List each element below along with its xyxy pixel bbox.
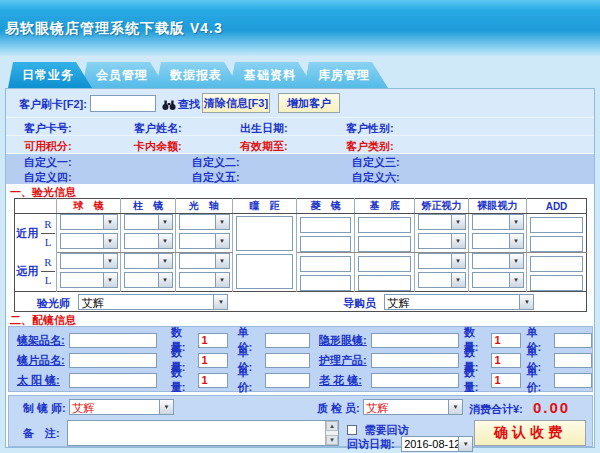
chevron-down-icon[interactable]: ▼ xyxy=(451,273,465,287)
near-l-corrected-combo[interactable]: ▼ xyxy=(418,233,466,249)
far-r-axis-combo[interactable]: ▼ xyxy=(179,253,230,269)
chevron-down-icon[interactable]: ▼ xyxy=(103,234,117,248)
find-label[interactable]: 查找 xyxy=(178,97,200,112)
far-l-base-input[interactable] xyxy=(358,275,411,291)
chevron-down-icon[interactable]: ▼ xyxy=(519,295,533,309)
card-swipe-input[interactable] xyxy=(90,95,156,112)
chevron-down-icon[interactable]: ▼ xyxy=(509,234,523,248)
far-pd-input[interactable] xyxy=(236,254,293,289)
optometrist-combo[interactable]: 艾辉▼ xyxy=(78,294,228,310)
far-r-cylinder-combo[interactable]: ▼ xyxy=(124,253,173,269)
care-product-qty-input[interactable] xyxy=(491,353,521,368)
far-r-base-input[interactable] xyxy=(358,256,411,272)
near-l-cylinder-combo[interactable]: ▼ xyxy=(124,233,173,249)
tab-data-reports[interactable]: 数据报表 xyxy=(156,62,240,88)
far-r-add-input[interactable] xyxy=(530,256,583,272)
chevron-down-icon[interactable]: ▼ xyxy=(451,215,465,229)
far-l-add-input[interactable] xyxy=(530,275,583,291)
near-r-corrected-combo[interactable]: ▼ xyxy=(418,214,466,230)
lens-name-input[interactable] xyxy=(69,353,157,368)
chevron-down-icon[interactable]: ▼ xyxy=(215,234,229,248)
far-l-cylinder-combo[interactable]: ▼ xyxy=(124,272,173,288)
frame-qty-input[interactable] xyxy=(198,333,228,348)
care-product-input[interactable] xyxy=(371,353,459,368)
far-r-naked-combo[interactable]: ▼ xyxy=(472,253,524,269)
care-product-price-input[interactable] xyxy=(554,353,592,368)
sunglasses-input[interactable] xyxy=(69,373,157,388)
tab-daily-business[interactable]: 日常业务 xyxy=(8,62,92,88)
lens-price-input[interactable] xyxy=(265,353,310,368)
near-pd-input[interactable] xyxy=(236,216,293,251)
near-r-cylinder-combo[interactable]: ▼ xyxy=(124,214,173,230)
far-l-prism-input[interactable] xyxy=(300,275,351,291)
near-l-add-input[interactable] xyxy=(530,236,583,252)
clear-info-button[interactable]: 清除信息[F3] xyxy=(202,93,270,113)
far-r-prism-input[interactable] xyxy=(300,256,351,272)
chevron-down-icon[interactable]: ▼ xyxy=(158,234,172,248)
chevron-down-icon[interactable]: ▼ xyxy=(215,254,229,268)
far-l-corrected-combo[interactable]: ▼ xyxy=(418,272,466,288)
near-r-axis-combo[interactable]: ▼ xyxy=(179,214,230,230)
guide-combo[interactable]: 艾辉▼ xyxy=(384,294,534,310)
near-r-naked-combo[interactable]: ▼ xyxy=(472,214,524,230)
chevron-down-icon[interactable]: ▼ xyxy=(103,273,117,287)
reading-glasses-input[interactable] xyxy=(371,373,459,388)
chevron-down-icon[interactable]: ▼ xyxy=(158,254,172,268)
chevron-down-icon[interactable]: ▼ xyxy=(458,437,472,451)
near-r-base-input[interactable] xyxy=(358,217,411,233)
contact-lens-input[interactable] xyxy=(371,333,459,348)
near-l-naked-combo[interactable]: ▼ xyxy=(472,233,524,249)
near-l-base-input[interactable] xyxy=(358,236,411,252)
optometrist-row: 验光师 艾辉▼ 导购员 艾辉▼ xyxy=(15,292,587,312)
sunglasses-price-input[interactable] xyxy=(265,373,310,388)
near-r-sphere-combo[interactable]: ▼ xyxy=(60,214,118,230)
reading-glasses-qty-input[interactable] xyxy=(491,373,521,388)
scroll-up-icon[interactable]: ▲ xyxy=(326,421,338,431)
chevron-down-icon[interactable]: ▼ xyxy=(509,215,523,229)
near-r-prism-input[interactable] xyxy=(300,217,351,233)
scroll-down-icon[interactable]: ▼ xyxy=(326,435,338,445)
chevron-down-icon[interactable]: ▼ xyxy=(215,273,229,287)
near-r-add-input[interactable] xyxy=(530,217,583,233)
binoculars-icon xyxy=(162,97,176,115)
far-r-corrected-combo[interactable]: ▼ xyxy=(418,253,466,269)
col-naked: 裸眼视力 xyxy=(469,199,527,214)
chevron-down-icon[interactable]: ▼ xyxy=(213,295,227,309)
near-l-sphere-combo[interactable]: ▼ xyxy=(60,233,118,249)
frame-name-input[interactable] xyxy=(69,333,157,348)
far-l-axis-combo[interactable]: ▼ xyxy=(179,272,230,288)
remark-scrollbar[interactable]: ▲ ▼ xyxy=(325,421,338,445)
near-l-axis-combo[interactable]: ▼ xyxy=(179,233,230,249)
tab-basic-data[interactable]: 基础资料 xyxy=(230,62,314,88)
sunglasses-qty-input[interactable] xyxy=(198,373,228,388)
chevron-down-icon[interactable]: ▼ xyxy=(158,215,172,229)
chevron-down-icon[interactable]: ▼ xyxy=(103,215,117,229)
tab-member-management[interactable]: 会员管理 xyxy=(82,62,166,88)
frame-price-input[interactable] xyxy=(265,333,310,348)
remark-textarea[interactable] xyxy=(68,421,326,445)
far-l-sphere-combo[interactable]: ▼ xyxy=(60,272,118,288)
chevron-down-icon[interactable]: ▼ xyxy=(158,273,172,287)
callback-date-combo[interactable]: 2016-08-12▼ xyxy=(401,436,473,452)
col-base: 基 底 xyxy=(355,199,415,214)
far-l-naked-combo[interactable]: ▼ xyxy=(472,272,524,288)
contact-lens-price-input[interactable] xyxy=(554,333,592,348)
chevron-down-icon[interactable]: ▼ xyxy=(509,254,523,268)
far-r-sphere-combo[interactable]: ▼ xyxy=(60,253,118,269)
chevron-down-icon[interactable]: ▼ xyxy=(451,254,465,268)
add-customer-button[interactable]: 增加客户 xyxy=(278,93,340,113)
chevron-down-icon[interactable]: ▼ xyxy=(159,400,173,414)
tab-warehouse-management[interactable]: 库房管理 xyxy=(304,62,388,88)
chevron-down-icon[interactable]: ▼ xyxy=(448,400,462,414)
maker-combo[interactable]: 艾辉▼ xyxy=(69,399,174,415)
confirm-payment-button[interactable]: 确认收费 xyxy=(474,420,586,446)
chevron-down-icon[interactable]: ▼ xyxy=(509,273,523,287)
contact-lens-qty-input[interactable] xyxy=(491,333,521,348)
inspector-combo[interactable]: 艾辉▼ xyxy=(363,399,463,415)
lens-qty-input[interactable] xyxy=(198,353,228,368)
chevron-down-icon[interactable]: ▼ xyxy=(103,254,117,268)
chevron-down-icon[interactable]: ▼ xyxy=(451,234,465,248)
near-l-prism-input[interactable] xyxy=(300,236,351,252)
reading-glasses-price-input[interactable] xyxy=(554,373,592,388)
chevron-down-icon[interactable]: ▼ xyxy=(215,215,229,229)
